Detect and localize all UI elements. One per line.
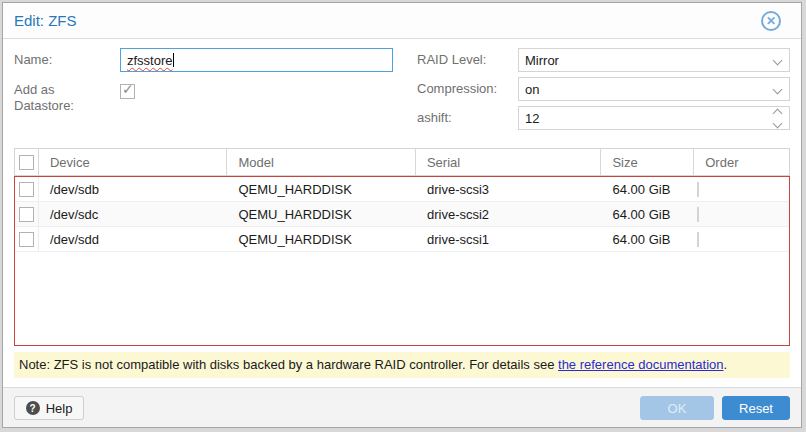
cell-order: [694, 182, 789, 197]
reset-button[interactable]: Reset: [722, 396, 790, 420]
table-row[interactable]: /dev/sdc QEMU_HARDDISK drive-scsi2 64.00…: [15, 202, 789, 227]
table-row[interactable]: /dev/sdb QEMU_HARDDISK drive-scsi3 64.00…: [15, 177, 789, 202]
column-header-size[interactable]: Size: [601, 149, 694, 175]
order-spinner[interactable]: [697, 232, 699, 247]
spinner-arrows-icon[interactable]: [774, 107, 781, 129]
chevron-down-icon[interactable]: [774, 78, 781, 100]
column-header-order[interactable]: Order: [694, 149, 789, 175]
cell-serial: drive-scsi2: [416, 207, 602, 222]
help-button[interactable]: ? Help: [14, 396, 84, 420]
row-checkbox[interactable]: [19, 182, 34, 197]
column-header-model[interactable]: Model: [227, 149, 416, 175]
order-spinner[interactable]: [697, 207, 699, 222]
order-spinner[interactable]: [697, 182, 699, 197]
cell-size: 64.00 GiB: [601, 207, 694, 222]
dialog-titlebar: Edit: ZFS ✕: [3, 3, 801, 39]
cell-model: QEMU_HARDDISK: [227, 207, 416, 222]
close-icon[interactable]: ✕: [761, 11, 781, 31]
cell-serial: drive-scsi3: [416, 182, 602, 197]
compression-select[interactable]: on: [518, 77, 790, 101]
disk-table-body: /dev/sdb QEMU_HARDDISK drive-scsi3 64.00…: [14, 176, 790, 346]
row-checkbox[interactable]: [19, 207, 34, 222]
edit-zfs-dialog: Edit: ZFS ✕ Name: zfsstore Add as Datast…: [2, 2, 802, 428]
raid-level-value: Mirror: [519, 53, 559, 68]
name-input-value: zfsstore: [127, 53, 173, 68]
name-label: Name:: [14, 48, 52, 72]
column-header-serial[interactable]: Serial: [416, 149, 602, 175]
disk-table-header: Device Model Serial Size Order: [14, 148, 790, 176]
zfs-note: Note: ZFS is not compatible with disks b…: [14, 352, 790, 378]
add-as-datastore-checkbox[interactable]: [120, 84, 135, 99]
ashift-label: ashift:: [417, 106, 452, 130]
column-header-device[interactable]: Device: [39, 149, 228, 175]
cell-model: QEMU_HARDDISK: [227, 232, 416, 247]
raid-level-label: RAID Level:: [417, 48, 486, 72]
cell-size: 64.00 GiB: [601, 182, 694, 197]
raid-level-select[interactable]: Mirror: [518, 48, 790, 72]
cell-order: [694, 232, 789, 247]
text-caret: [173, 53, 174, 67]
ashift-spinner[interactable]: 12: [518, 106, 790, 130]
chevron-down-icon[interactable]: [774, 49, 781, 71]
cell-order: [694, 207, 789, 222]
dialog-title: Edit: ZFS: [14, 3, 77, 39]
cell-device: /dev/sdd: [39, 232, 228, 247]
table-row[interactable]: /dev/sdd QEMU_HARDDISK drive-scsi1 64.00…: [15, 227, 789, 252]
row-checkbox[interactable]: [19, 232, 34, 247]
cell-device: /dev/sdb: [39, 182, 228, 197]
name-input[interactable]: zfsstore: [120, 48, 393, 72]
select-all-cell: [15, 149, 39, 175]
dialog-footer: ? Help OK Reset: [3, 387, 801, 427]
reference-documentation-link[interactable]: the reference documentation: [558, 357, 724, 372]
cell-model: QEMU_HARDDISK: [227, 182, 416, 197]
ashift-value: 12: [519, 111, 539, 126]
datastore-label: Add as Datastore:: [14, 82, 74, 114]
cell-serial: drive-scsi1: [416, 232, 602, 247]
select-all-checkbox[interactable]: [19, 155, 34, 170]
cell-size: 64.00 GiB: [601, 232, 694, 247]
cell-device: /dev/sdc: [39, 207, 228, 222]
compression-value: on: [519, 82, 539, 97]
ok-button[interactable]: OK: [640, 396, 714, 420]
help-icon: ?: [26, 401, 40, 415]
compression-label: Compression:: [417, 77, 497, 101]
